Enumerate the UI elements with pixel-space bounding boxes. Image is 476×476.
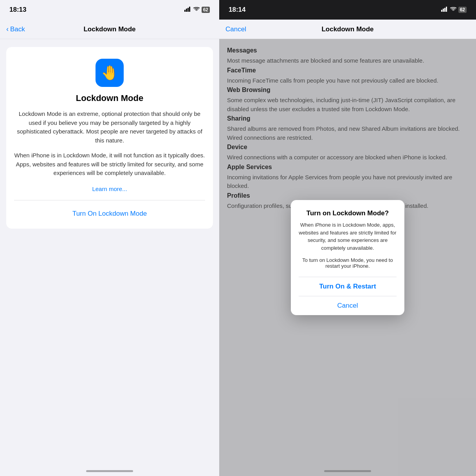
chevron-left-icon: ‹	[6, 25, 9, 33]
left-nav-title: Lockdown Mode	[83, 25, 135, 33]
svg-rect-3	[189, 7, 190, 12]
lockdown-info-card: 🤚 Lockdown Mode Lockdown Mode is an extr…	[6, 47, 213, 229]
hand-icon-display: 🤚	[96, 59, 124, 87]
left-status-bar: 18:13 62	[0, 0, 219, 20]
svg-rect-0	[184, 10, 186, 12]
dialog-cancel-button[interactable]: Cancel	[299, 296, 397, 315]
card-title: Lockdown Mode	[76, 93, 143, 103]
learn-more-link[interactable]: Learn more...	[92, 184, 127, 194]
turn-on-restart-button[interactable]: Turn On & Restart	[299, 277, 397, 296]
svg-rect-2	[188, 8, 189, 12]
svg-rect-6	[444, 8, 445, 12]
dialog-body: When iPhone is in Lockdown Mode, apps, w…	[299, 221, 397, 252]
signal-icon-right	[441, 7, 448, 13]
home-indicator	[86, 470, 133, 472]
battery-icon: 62	[202, 7, 210, 13]
wifi-icon	[193, 7, 200, 13]
dialog-restart-text: To turn on Lockdown Mode, you need to re…	[299, 257, 397, 269]
svg-rect-4	[441, 10, 442, 12]
left-time: 18:13	[9, 6, 26, 14]
wifi-icon-right	[450, 7, 456, 13]
back-label: Back	[10, 25, 25, 33]
right-nav-bar: Cancel Lockdown Mode	[219, 20, 476, 39]
right-status-bar: 18:14 62	[219, 0, 476, 20]
turn-on-lockdown-button[interactable]: Turn On Lockdown Mode	[14, 207, 205, 221]
svg-rect-7	[446, 7, 447, 12]
right-time: 18:14	[229, 6, 245, 14]
cancel-nav-button[interactable]: Cancel	[225, 25, 246, 33]
svg-rect-1	[186, 9, 187, 12]
right-phone: 18:14 62 Cancel Lockdown Mode Messages M…	[219, 0, 476, 476]
dialog-overlay: Turn on Lockdown Mode? When iPhone is in…	[219, 39, 476, 476]
back-button[interactable]: ‹ Back	[6, 25, 25, 33]
card-desc-2: When iPhone is in Lockdown Mode, it will…	[14, 151, 205, 178]
left-nav-bar: ‹ Back Lockdown Mode	[0, 20, 219, 39]
card-desc-1: Lockdown Mode is an extreme, optional pr…	[14, 110, 205, 145]
right-status-icons: 62	[441, 7, 467, 13]
dialog-title: Turn on Lockdown Mode?	[307, 209, 389, 217]
battery-icon-right: 62	[458, 7, 467, 13]
svg-rect-5	[443, 9, 444, 12]
lockdown-confirm-dialog: Turn on Lockdown Mode? When iPhone is in…	[291, 200, 404, 315]
left-phone: 18:13 62 ‹ Back Lockdown Mode	[0, 0, 219, 476]
right-nav-title: Lockdown Mode	[321, 25, 373, 33]
right-scroll-content: Messages Most message attachments are bl…	[219, 39, 476, 476]
left-status-icons: 62	[184, 7, 210, 13]
signal-icon	[184, 7, 191, 13]
card-divider	[14, 200, 205, 200]
